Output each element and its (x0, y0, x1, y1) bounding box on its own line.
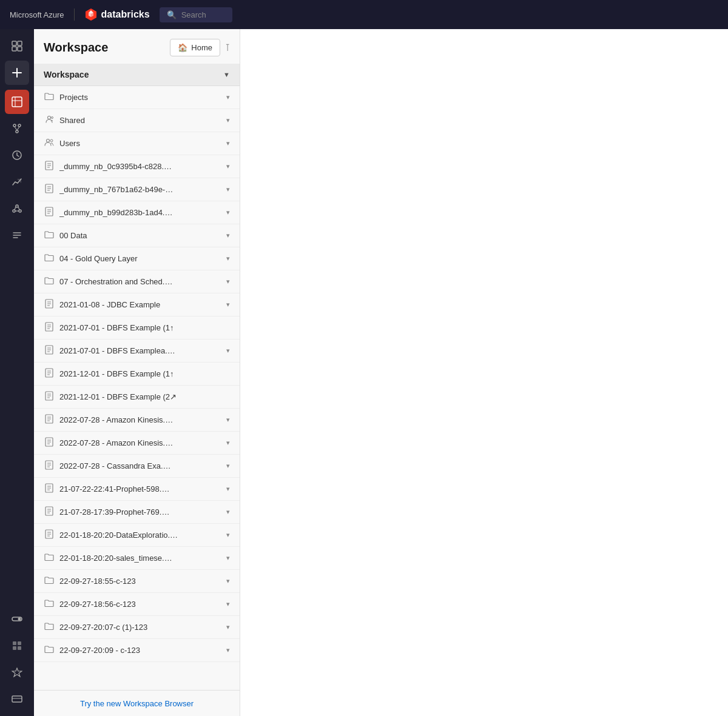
tree-item[interactable]: 22-09-27-20:07-c (1)-123 ▾ (34, 616, 240, 639)
svg-rect-4 (12, 41, 16, 45)
svg-point-20 (16, 205, 18, 207)
tree-item[interactable]: 2021-07-01 - DBFS Example (1↑ (34, 316, 240, 340)
toggle-icon-btn[interactable] (5, 607, 29, 631)
clusters-icon-btn[interactable] (5, 196, 29, 221)
svg-rect-5 (18, 41, 22, 45)
item-icon (44, 621, 55, 633)
jobs-icon (12, 230, 22, 241)
tree-item[interactable]: 2021-12-01 - DBFS Example (2↗ (34, 386, 240, 409)
svg-line-17 (17, 127, 19, 130)
tree-item[interactable]: _dummy_nb_b99d283b-1ad4.… ▾ (34, 201, 240, 224)
history-icon-btn[interactable] (5, 143, 29, 167)
item-expand-arrow: ▾ (226, 508, 230, 516)
item-label: 21-07-22-22:41-Prophet-598.… (59, 484, 221, 494)
item-expand-arrow: ▾ (226, 416, 230, 424)
svg-line-23 (15, 207, 16, 210)
item-icon (44, 253, 55, 264)
tree-item[interactable]: 22-01-18-20:20-DataExploratio.… ▾ (34, 524, 240, 547)
folder-icon (44, 598, 54, 608)
palette-icon-btn[interactable] (5, 634, 29, 658)
notebook-icon (44, 184, 54, 193)
tree-item[interactable]: 21-07-22-22:41-Prophet-598.… ▾ (34, 478, 240, 501)
sidebar-icon-rail (0, 29, 34, 716)
partner-icon-btn[interactable] (5, 660, 29, 684)
item-label: _dummy_nb_767b1a62-b49e-… (59, 185, 221, 194)
tree-item[interactable]: 2022-07-28 - Cassandra Exa.… ▾ (34, 455, 240, 478)
main-content (240, 29, 728, 716)
item-icon (44, 345, 55, 356)
item-label: Projects (59, 93, 221, 102)
item-expand-arrow: ▾ (226, 485, 230, 493)
folder-icon (44, 552, 54, 562)
expand-icon (12, 694, 22, 704)
item-expand-arrow: ▾ (226, 462, 230, 470)
charts-icon-btn[interactable] (5, 170, 29, 194)
svg-rect-32 (18, 641, 21, 645)
tree-item[interactable]: 2022-07-28 - Amazon Kinesis.… ▾ (34, 409, 240, 432)
notebook-icon (44, 483, 54, 493)
tree-item[interactable]: 22-09-27-18:56-c-123 ▾ (34, 593, 240, 616)
grid-icon-btn[interactable] (5, 34, 29, 58)
item-label: 00 Data (59, 231, 221, 240)
search-icon: 🔍 (167, 10, 177, 19)
svg-line-16 (15, 127, 17, 130)
svg-rect-34 (18, 646, 21, 650)
item-icon (44, 115, 55, 126)
item-icon (44, 322, 55, 333)
workspace-panel: Workspace 🏠 Home ⊺ Workspace ▼ Projects … (34, 29, 240, 716)
notebook-icon (44, 368, 54, 378)
tree-item[interactable]: 00 Data ▾ (34, 224, 240, 247)
item-label: 2022-07-28 - Amazon Kinesis.… (59, 438, 221, 447)
item-expand-arrow: ▾ (226, 577, 230, 585)
svg-point-38 (52, 117, 53, 119)
databricks-hex-icon (84, 8, 98, 21)
tree-item[interactable]: 07 - Orchestration and Sched.… ▾ (34, 270, 240, 293)
tree-item[interactable]: 22-01-18-20:20-sales_timese.… ▾ (34, 547, 240, 570)
item-label: 22-09-27-18:55-c-123 (59, 577, 221, 586)
tree-item[interactable]: 21-07-28-17:39-Prophet-769.… ▾ (34, 501, 240, 524)
tree-item[interactable]: Users ▾ (34, 132, 240, 155)
tree-item[interactable]: _dummy_nb_767b1a62-b49e-… ▾ (34, 178, 240, 201)
item-label: Shared (59, 116, 221, 125)
tree-item[interactable]: 2021-07-01 - DBFS Examplea.… ▾ (34, 340, 240, 363)
item-label: 2021-12-01 - DBFS Example (1↑ (59, 369, 230, 378)
toggle-icon (12, 614, 22, 624)
add-button[interactable] (5, 61, 29, 85)
repos-icon-btn[interactable] (5, 116, 29, 141)
home-button[interactable]: 🏠 Home (170, 39, 220, 56)
item-label: _dummy_nb_b99d283b-1ad4.… (59, 208, 221, 217)
workspace-browser-link[interactable]: Try the new Workspace Browser (80, 699, 194, 708)
search-placeholder: Search (181, 10, 206, 19)
jobs-icon-btn[interactable] (5, 223, 29, 247)
notebook-icon (44, 437, 54, 447)
db-logo-icon: databricks (84, 8, 150, 21)
item-icon (44, 644, 55, 656)
tree-item[interactable]: 22-09-27-20:09 - c-123 ▾ (34, 639, 240, 662)
svg-point-30 (18, 618, 21, 621)
tree-item[interactable]: 22-09-27-18:55-c-123 ▾ (34, 570, 240, 593)
home-icon: 🏠 (178, 43, 187, 52)
tree-item[interactable]: Projects ▾ (34, 86, 240, 109)
tree-item[interactable]: 04 - Gold Query Layer ▾ (34, 247, 240, 270)
workspace-icon-btn[interactable] (5, 90, 29, 114)
item-label: 07 - Orchestration and Sched.… (59, 277, 221, 286)
item-label: 2022-07-28 - Amazon Kinesis.… (59, 415, 221, 424)
folder-icon (44, 253, 54, 263)
tree-item[interactable]: Shared ▾ (34, 109, 240, 132)
item-label: 22-09-27-20:09 - c-123 (59, 646, 221, 655)
search-bar[interactable]: 🔍 Search (160, 7, 232, 22)
expand-icon-btn[interactable] (5, 687, 29, 711)
users-icon (44, 138, 54, 147)
notebook-icon (44, 506, 54, 516)
item-expand-arrow: ▾ (226, 255, 230, 263)
main-layout: Workspace 🏠 Home ⊺ Workspace ▼ Projects … (0, 29, 728, 716)
clock-icon (12, 150, 22, 161)
palette-icon (12, 640, 22, 651)
workspace-section-header[interactable]: Workspace ▼ (34, 64, 240, 86)
tree-item[interactable]: 2022-07-28 - Amazon Kinesis.… ▾ (34, 432, 240, 455)
tree-item[interactable]: _dummy_nb_0c9395b4-c828.… ▾ (34, 155, 240, 178)
tree-item[interactable]: 2021-01-08 - JDBC Example ▾ (34, 293, 240, 316)
pin-icon[interactable]: ⊺ (225, 42, 230, 53)
tree-item[interactable]: 2021-12-01 - DBFS Example (1↑ (34, 363, 240, 386)
home-label: Home (191, 43, 212, 52)
